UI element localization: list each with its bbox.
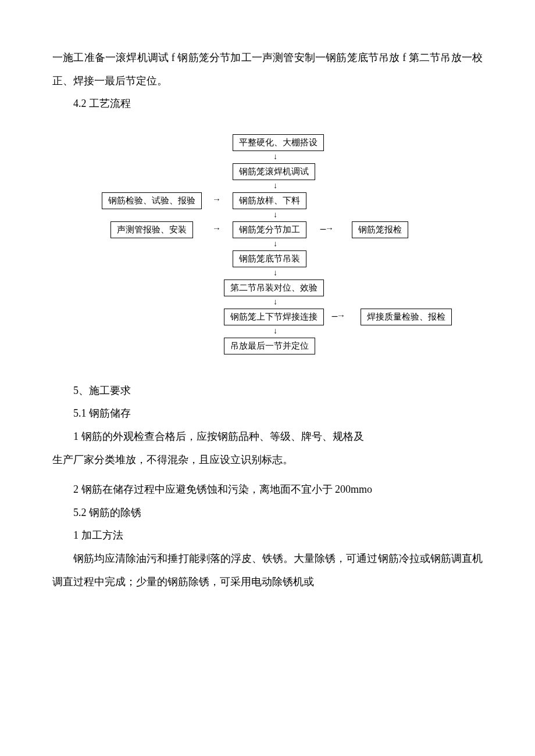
flow-node-1: 平整硬化、大棚搭设 (233, 134, 324, 151)
flow-node-4: 钢筋笼分节加工 (233, 221, 306, 238)
dashed-arrow-right-icon: ---→ (331, 310, 344, 322)
document-page: 一施工准备一滚焊机调试 f 钢筋笼分节加工一声测管安制一钢筋笼底节吊放 f 第二… (0, 0, 535, 628)
arrow-down-icon: ↓ (273, 211, 277, 219)
dashed-arrow-right-icon: ---→ (320, 223, 333, 235)
paragraph-5-1-1b: 生产厂家分类堆放，不得混杂，且应设立识别标志。 (52, 449, 483, 472)
flow-node-2: 钢筋笼滚焊机调试 (233, 163, 315, 180)
arrow-down-icon: ↓ (273, 240, 277, 248)
section-5-title: 5、施工要求 (52, 379, 483, 403)
paragraph-5-2-1: 1 加工方法 (52, 524, 483, 547)
flow-node-8: 吊放最后一节并定位 (224, 338, 315, 354)
arrow-down-icon: ↓ (273, 153, 277, 161)
flow-node-3: 钢筋放样、下料 (233, 192, 306, 209)
section-5-2-title: 5.2 钢筋的除锈 (52, 501, 483, 525)
flow-node-7: 钢筋笼上下节焊接连接 (224, 309, 324, 325)
arrow-down-icon: ↓ (273, 182, 277, 190)
flow-node-6: 第二节吊装对位、效验 (224, 280, 324, 296)
flow-node-4-left: 声测管报验、安装 (110, 221, 193, 238)
arrow-down-icon: ↓ (273, 327, 277, 335)
section-4-2-title: 4.2 工艺流程 (52, 92, 483, 116)
section-5-1-title: 5.1 钢筋储存 (52, 402, 483, 425)
arrow-right-icon: → (212, 223, 221, 235)
arrow-down-icon: ↓ (273, 269, 277, 277)
arrow-down-icon: ↓ (273, 298, 277, 306)
flow-node-5: 钢筋笼底节吊装 (233, 250, 306, 267)
process-flowchart: 平整硬化、大棚搭设 ↓ 钢筋笼滚焊机调试 ↓ 钢筋检验、试验、报验 → 钢筋放样… (93, 133, 442, 362)
paragraph-intro: 一施工准备一滚焊机调试 f 钢筋笼分节加工一声测管安制一钢筋笼底节吊放 f 第二… (52, 46, 483, 92)
paragraph-5-1-2: 2 钢筋在储存过程中应避免锈蚀和污染，离地面不宜小于 200mmo (52, 478, 483, 501)
flow-node-4-right: 钢筋笼报检 (352, 221, 408, 238)
paragraph-5-1-1a: 1 钢筋的外观检查合格后，应按钢筋品种、等级、牌号、规格及 (52, 425, 483, 449)
flow-node-3-left: 钢筋检验、试验、报验 (102, 192, 202, 209)
arrow-right-icon: → (212, 194, 221, 206)
paragraph-5-2-2: 钢筋均应清除油污和捶打能剥落的浮皮、铁锈。大量除锈，可通过钢筋冷拉或钢筋调直机调… (52, 547, 483, 593)
flow-node-7-right: 焊接质量检验、报检 (361, 309, 452, 325)
